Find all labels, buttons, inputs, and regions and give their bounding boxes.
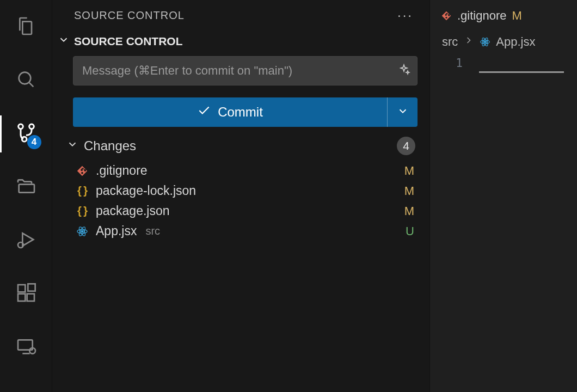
tab-status-letter: M xyxy=(512,9,522,23)
changes-header[interactable]: Changes 4 xyxy=(52,127,429,160)
changed-file-row[interactable]: { }package-lock.jsonM xyxy=(52,181,429,201)
commit-message-input[interactable] xyxy=(82,64,390,78)
section-header-label: SOURCE CONTROL xyxy=(74,35,183,48)
file-name: package-lock.json xyxy=(96,183,196,198)
editor-body[interactable]: 1 xyxy=(430,54,577,392)
git-file-icon xyxy=(75,165,89,177)
editor-area: .gitignore M src App.jsx 1 xyxy=(430,0,577,392)
run-debug-icon xyxy=(15,229,37,253)
tab-gitignore[interactable]: .gitignore M xyxy=(430,0,533,32)
react-file-icon xyxy=(75,225,89,237)
generate-commit-message-button[interactable] xyxy=(396,63,412,78)
changes-label: Changes xyxy=(84,138,136,154)
section-header-source-control[interactable]: SOURCE CONTROL xyxy=(52,30,429,56)
file-name: package.json xyxy=(96,204,170,218)
tab-bar: .gitignore M xyxy=(430,0,577,32)
chevron-down-icon xyxy=(397,105,409,119)
commit-button-label: Commit xyxy=(218,105,263,120)
chevron-down-icon xyxy=(66,138,78,154)
activity-remote[interactable] xyxy=(0,327,52,368)
files-icon xyxy=(15,15,37,39)
source-control-panel: SOURCE CONTROL ··· SOURCE CONTROL xyxy=(52,0,430,392)
breadcrumb-folder[interactable]: src xyxy=(442,35,458,49)
tab-filename: .gitignore xyxy=(457,9,507,23)
panel-title-row: SOURCE CONTROL ··· xyxy=(52,3,429,30)
folders-icon xyxy=(15,175,37,199)
file-status-letter: U xyxy=(406,224,414,238)
activity-explorer[interactable] xyxy=(0,7,52,48)
extensions-icon xyxy=(15,282,37,306)
file-path-hint: src xyxy=(145,225,160,237)
json-file-icon: { } xyxy=(75,185,89,197)
file-name: .gitignore xyxy=(96,163,148,178)
line-number: 1 xyxy=(430,57,463,70)
svg-point-0 xyxy=(19,72,30,84)
changed-file-row[interactable]: .gitignoreM xyxy=(52,161,429,181)
commit-button-dropdown[interactable] xyxy=(387,97,418,127)
activity-explorer-folders[interactable] xyxy=(0,167,52,208)
git-file-icon xyxy=(441,10,452,21)
code-content[interactable] xyxy=(479,54,577,392)
commit-button-main[interactable]: Commit xyxy=(73,97,387,127)
sparkle-icon xyxy=(397,63,410,78)
chevron-right-icon xyxy=(463,35,474,49)
file-status-letter: M xyxy=(404,164,414,178)
changed-file-row[interactable]: App.jsxsrcU xyxy=(52,221,429,241)
chevron-down-icon xyxy=(58,34,70,48)
file-status-letter: M xyxy=(404,204,414,218)
commit-area: Commit xyxy=(52,56,429,127)
activity-extensions[interactable] xyxy=(0,273,52,315)
changes-count-badge: 4 xyxy=(397,137,415,155)
breadcrumb-file[interactable]: App.jsx xyxy=(496,35,535,49)
svg-rect-5 xyxy=(18,285,25,292)
scm-badge: 4 xyxy=(27,135,41,149)
file-name: App.jsx xyxy=(96,224,137,238)
svg-point-1 xyxy=(18,124,23,129)
json-file-icon: { } xyxy=(75,205,89,217)
svg-rect-6 xyxy=(18,294,25,301)
changes-file-list: .gitignoreM{ }package-lock.jsonM{ }packa… xyxy=(52,160,429,242)
more-actions-button[interactable]: ··· xyxy=(394,8,416,23)
search-icon xyxy=(15,69,37,93)
panel-title: SOURCE CONTROL xyxy=(74,9,185,22)
activity-bar: 4 xyxy=(0,0,52,392)
react-file-icon xyxy=(480,36,490,47)
ellipsis-icon: ··· xyxy=(397,8,413,22)
svg-rect-8 xyxy=(28,284,35,291)
line-gutter: 1 xyxy=(430,54,479,392)
activity-source-control[interactable]: 4 xyxy=(0,113,52,155)
empty-line-indicator xyxy=(479,57,564,73)
svg-point-11 xyxy=(81,230,83,232)
svg-rect-7 xyxy=(27,294,34,301)
commit-button: Commit xyxy=(73,97,418,127)
check-icon xyxy=(197,103,211,121)
changed-file-row[interactable]: { }package.jsonM xyxy=(52,201,429,221)
remote-icon xyxy=(15,335,37,359)
breadcrumbs[interactable]: src App.jsx xyxy=(430,32,577,54)
activity-run-debug[interactable] xyxy=(0,220,52,261)
commit-message-wrap xyxy=(73,56,418,85)
activity-search[interactable] xyxy=(0,60,52,101)
svg-point-2 xyxy=(29,124,34,129)
svg-point-15 xyxy=(484,41,486,42)
file-status-letter: M xyxy=(404,184,414,198)
